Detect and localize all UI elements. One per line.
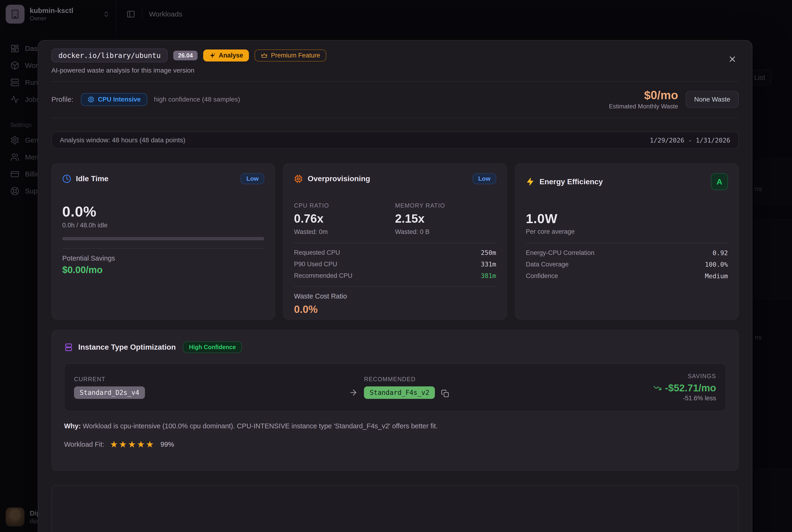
metric-label: Requested CPU (294, 249, 340, 256)
recommended-instance: Standard_F4s_v2 (364, 386, 435, 399)
cpu-icon (88, 96, 94, 103)
premium-feature-badge: Premium Feature (255, 50, 327, 61)
waste-cost-ratio-value: 0.0% (294, 303, 496, 315)
savings-caption: -51.6% less (653, 395, 716, 402)
potential-savings-label: Potential Savings (62, 254, 264, 262)
card-title: Overprovisioning (308, 174, 468, 183)
monthly-waste-amount: $0/mo (609, 89, 678, 102)
card-title: Idle Time (76, 174, 236, 183)
savings-label: SAVINGS (653, 373, 716, 380)
metric-cards: Idle Time Low 0.0% 0.0h / 48.0h idle Pot… (51, 163, 739, 320)
arrow-right-icon (349, 388, 358, 397)
idle-value: 0.0% (62, 203, 264, 220)
potential-savings-value: $0.00/mo (62, 265, 264, 275)
next-section-placeholder (51, 485, 739, 532)
overprovisioning-card: Overprovisioning Low CPU RATIO 0.76x Was… (283, 163, 507, 320)
profile-confidence: high confidence (48 samples) (154, 96, 240, 103)
modal-subtitle: AI-powered waste analysis for this image… (51, 67, 739, 74)
cpu-wasted: Wasted: 0m (294, 228, 395, 235)
metric-value: 100.0% (705, 261, 728, 268)
fit-value: 99% (161, 441, 174, 448)
analysis-window-text: Analysis window: 48 hours (48 data point… (60, 136, 185, 144)
divider (294, 286, 496, 287)
clock-icon (62, 174, 71, 183)
energy-subtitle: Per core average (526, 228, 728, 235)
version-badge: 26.04 (173, 51, 198, 60)
why-text: Workload is cpu-intensive (100.0% cpu do… (83, 422, 438, 430)
metric-row: Recommended CPU 381m (294, 270, 496, 282)
metric-label: Data Coverage (526, 261, 569, 268)
profile-chip: CPU Intensive (81, 93, 147, 106)
energy-value: 1.0W (526, 211, 728, 226)
savings-value: -$52.71/mo (665, 382, 716, 394)
modal-header: docker.io/library/ubuntu 26.04 Analyse P… (51, 40, 739, 62)
profile-chip-label: CPU Intensive (98, 96, 141, 103)
severity-badge: Low (241, 173, 264, 184)
card-title: Energy Efficiency (539, 177, 706, 186)
fit-stars: ★★★★★ (110, 440, 154, 449)
metric-row: Confidence Medium (526, 270, 728, 282)
crown-icon (261, 52, 268, 59)
metric-row: Data Coverage 100.0% (526, 259, 728, 270)
section-title: Instance Type Optimization (78, 343, 176, 352)
metric-value: Medium (705, 272, 728, 280)
cpu-icon (294, 174, 303, 183)
profile-row: Profile: CPU Intensive high confidence (… (51, 82, 739, 118)
confidence-badge: High Confidence (183, 341, 242, 353)
premium-label: Premium Feature (271, 52, 320, 59)
metric-value: 0.92 (713, 249, 728, 256)
close-icon[interactable] (728, 55, 737, 63)
copy-icon[interactable] (441, 390, 449, 397)
image-ref: docker.io/library/ubuntu (51, 49, 168, 62)
metric-label: Recommended CPU (294, 272, 352, 280)
metric-row: Energy-CPU Correlation 0.92 (526, 247, 728, 259)
instance-compare-box: CURRENT Standard_D2s_v4 RECOMMENDED Stan… (64, 363, 726, 411)
analysis-window-box: Analysis window: 48 hours (48 data point… (51, 132, 739, 149)
divider (526, 243, 728, 243)
recommended-instance-block: RECOMMENDED Standard_F4s_v2 (349, 376, 449, 399)
profile-label: Profile: (51, 95, 73, 103)
app-root: kubmin-ksctl Owner Dashboard Workloads R… (0, 0, 792, 532)
idle-time-card: Idle Time Low 0.0% 0.0h / 48.0h idle Pot… (51, 163, 275, 320)
analysis-window-range: 1/29/2026 - 1/31/2026 (650, 137, 730, 144)
idle-progress-bar (62, 237, 264, 240)
savings-block: SAVINGS -$52.71/mo -51.6% less (653, 373, 716, 402)
fit-label: Workload Fit: (64, 441, 104, 448)
metric-value: 381m (481, 272, 496, 280)
monthly-waste-caption: Estimated Monthly Waste (609, 103, 678, 110)
metric-value: 331m (481, 261, 496, 268)
energy-grade-badge: A (711, 173, 728, 190)
zap-icon (526, 177, 535, 186)
metric-row: P90 Used CPU 331m (294, 259, 496, 270)
memory-wasted: Wasted: 0 B (395, 228, 496, 235)
metric-label: P90 Used CPU (294, 261, 337, 268)
current-instance: Standard_D2s_v4 (74, 386, 145, 399)
cpu-ratio-label: CPU RATIO (294, 202, 395, 209)
analyse-button[interactable]: Analyse (203, 50, 249, 61)
cpu-ratio-value: 0.76x (294, 212, 395, 226)
severity-badge: Low (473, 173, 496, 184)
none-waste-button[interactable]: None Waste (686, 91, 739, 108)
instance-optimization-section: Instance Type Optimization High Confiden… (51, 329, 739, 471)
metric-row: Requested CPU 250m (294, 247, 496, 259)
server-icon (64, 343, 73, 352)
metric-label: Confidence (526, 272, 558, 280)
metric-value: 250m (481, 249, 496, 256)
current-label: CURRENT (74, 376, 145, 383)
sparkles-icon (209, 52, 216, 59)
divider (62, 248, 264, 249)
trending-down-icon (653, 384, 662, 392)
analyse-label: Analyse (219, 52, 243, 59)
waste-analysis-modal: docker.io/library/ubuntu 26.04 Analyse P… (38, 40, 752, 532)
waste-cost-ratio-label: Waste Cost Ratio (294, 292, 496, 300)
energy-efficiency-card: Energy Efficiency A 1.0W Per core averag… (515, 163, 739, 320)
why-label: Why: (64, 422, 81, 430)
memory-ratio-label: MEMORY RATIO (395, 202, 496, 209)
idle-subtitle: 0.0h / 48.0h idle (62, 222, 264, 229)
current-instance-block: CURRENT Standard_D2s_v4 (74, 376, 145, 399)
metric-label: Energy-CPU Correlation (526, 249, 594, 256)
why-line: Why: Workload is cpu-intensive (100.0% c… (64, 422, 726, 430)
divider (294, 243, 496, 243)
memory-ratio-value: 2.15x (395, 212, 496, 226)
divider (51, 118, 739, 118)
